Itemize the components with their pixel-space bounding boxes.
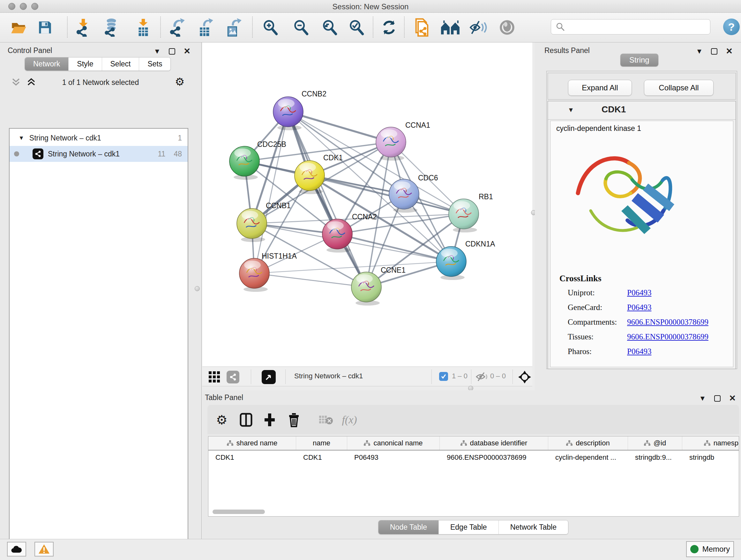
tab-edge-table[interactable]: Edge Table bbox=[439, 520, 498, 534]
export-image-button[interactable] bbox=[224, 17, 244, 38]
export-table-button[interactable] bbox=[196, 17, 216, 38]
string-home-button[interactable] bbox=[441, 17, 460, 38]
network-node[interactable]: RB1 bbox=[449, 192, 493, 233]
zoom-fit-button[interactable] bbox=[320, 17, 340, 38]
create-column-icon[interactable] bbox=[261, 411, 278, 428]
control-panel-close-button[interactable]: ✕ bbox=[184, 46, 191, 56]
network-overview-icon[interactable] bbox=[226, 371, 239, 383]
network-options-gear-icon[interactable]: ⚙ bbox=[175, 75, 185, 88]
collapse-all-networks-icon[interactable] bbox=[11, 78, 24, 87]
clear-table-icon[interactable] bbox=[317, 411, 334, 428]
show-columns-icon[interactable] bbox=[238, 411, 255, 428]
string-protein-query-button[interactable] bbox=[412, 17, 432, 38]
tab-network[interactable]: Network bbox=[25, 57, 68, 71]
current-network-dot-icon bbox=[14, 151, 19, 157]
node-label: CCNB2 bbox=[301, 90, 327, 98]
network-list-item[interactable]: String Network – cdk1 11 48 bbox=[10, 146, 188, 162]
save-session-button[interactable] bbox=[35, 17, 55, 38]
crosslink-label-pharos: Pharos: bbox=[568, 347, 592, 356]
collapse-all-button[interactable]: Collapse All bbox=[644, 80, 714, 96]
network-collection-row[interactable]: ▼ String Network – cdk1 1 bbox=[10, 130, 188, 146]
results-panel-close-button[interactable]: ✕ bbox=[726, 46, 733, 56]
selected-checkbox-icon[interactable] bbox=[439, 372, 448, 381]
apply-layout-button[interactable] bbox=[379, 17, 399, 38]
column-header-id[interactable]: @id bbox=[628, 436, 682, 450]
results-panel-float-button[interactable]: ▼ bbox=[696, 47, 703, 56]
table-panel-close-button[interactable]: ✕ bbox=[729, 393, 736, 403]
crosslink-link-uniprot[interactable]: P06493 bbox=[627, 288, 651, 297]
open-session-button[interactable] bbox=[9, 17, 29, 38]
enhanced-labels-toggle-button[interactable] bbox=[468, 17, 488, 38]
expand-all-button[interactable]: Expand All bbox=[568, 80, 632, 96]
viewbar-separator bbox=[513, 369, 513, 384]
column-header-canonical-name[interactable]: canonical name bbox=[347, 436, 440, 450]
export-network-button[interactable] bbox=[167, 17, 187, 38]
cell-canonical-name: P06493 bbox=[347, 450, 440, 465]
table-panel-float-button[interactable]: ▼ bbox=[699, 394, 706, 402]
tab-network-table[interactable]: Network Table bbox=[498, 520, 568, 534]
crosslink-link-compartments[interactable]: 9606.ENSP00000378699 bbox=[627, 318, 709, 327]
warnings-button[interactable] bbox=[35, 542, 54, 557]
equation-builder-fx-icon[interactable]: f(x) bbox=[335, 411, 364, 428]
tab-select[interactable]: Select bbox=[102, 57, 139, 71]
network-edge[interactable] bbox=[254, 273, 366, 287]
zoom-selected-icon bbox=[348, 19, 365, 36]
delete-column-trash-icon[interactable] bbox=[285, 411, 302, 428]
column-header-name[interactable]: name bbox=[296, 436, 347, 450]
column-header-namespace[interactable]: namespace bbox=[682, 436, 739, 450]
control-panel-float-button[interactable]: ▼ bbox=[153, 47, 160, 56]
toolbar-search-field[interactable] bbox=[551, 19, 711, 35]
table-horizontal-scrollbar[interactable] bbox=[212, 509, 265, 514]
tab-sets[interactable]: Sets bbox=[139, 57, 171, 71]
view-network-title: String Network – cdk1 bbox=[294, 372, 363, 380]
network-node[interactable]: CDKN1A bbox=[436, 240, 495, 280]
crosslink-link-tissues[interactable]: 9606.ENSP00000378699 bbox=[627, 332, 709, 341]
toolbar-separator bbox=[67, 17, 68, 38]
network-node[interactable]: HIST1H1A bbox=[239, 252, 297, 292]
node-label: CCNB1 bbox=[266, 201, 291, 210]
node-label: CCNE1 bbox=[381, 266, 406, 274]
cell-description: cyclin-dependent ... bbox=[548, 450, 628, 465]
import-network-from-database-button[interactable] bbox=[102, 17, 121, 38]
detach-view-icon[interactable] bbox=[262, 370, 276, 384]
fit-content-crosshair-icon[interactable] bbox=[518, 370, 532, 384]
birds-eye-grid-icon[interactable] bbox=[209, 371, 220, 383]
column-header-shared-name[interactable]: shared name bbox=[208, 436, 296, 450]
node-label: CCNA2 bbox=[352, 212, 377, 221]
expand-all-networks-icon[interactable] bbox=[27, 78, 40, 87]
zoom-selected-button[interactable] bbox=[347, 17, 366, 38]
collection-expander-icon[interactable]: ▼ bbox=[18, 135, 24, 141]
control-panel-title: Control Panel bbox=[8, 46, 52, 55]
help-button[interactable]: ? bbox=[723, 18, 740, 35]
network-edge[interactable] bbox=[254, 112, 288, 273]
import-table-button[interactable] bbox=[133, 17, 153, 38]
network-node[interactable]: CCNB2 bbox=[273, 90, 327, 130]
left-splitter-handle[interactable] bbox=[195, 286, 200, 291]
gene-expander-icon[interactable]: ▼ bbox=[568, 106, 574, 114]
network-edge[interactable] bbox=[288, 112, 391, 142]
crosslink-link-genecard[interactable]: P06493 bbox=[627, 303, 651, 312]
glass-ball-effect-button[interactable] bbox=[497, 17, 517, 38]
memory-button[interactable]: Memory bbox=[686, 541, 734, 557]
network-edge[interactable] bbox=[288, 112, 366, 287]
column-header-database-identifier[interactable]: database identifier bbox=[440, 436, 548, 450]
crosslink-label-tissues: Tissues: bbox=[568, 332, 594, 341]
search-input[interactable] bbox=[568, 23, 710, 31]
table-panel-maximize-button[interactable] bbox=[714, 395, 721, 401]
network-view-canvas[interactable]: CCNB2CCNA1CDC25BCDK1CDC6RB1CCNB1CCNA2CDK… bbox=[202, 43, 532, 367]
zoom-in-button[interactable] bbox=[260, 17, 280, 38]
table-row[interactable]: CDK1 CDK1 P06493 9606.ENSP00000378699 cy… bbox=[208, 450, 739, 465]
crosslink-link-pharos[interactable]: P06493 bbox=[627, 347, 651, 356]
results-panel-maximize-button[interactable] bbox=[711, 48, 718, 55]
hidden-eye-slash-icon[interactable] bbox=[475, 372, 489, 381]
cloud-status-button[interactable] bbox=[7, 542, 26, 557]
results-tab-string[interactable]: String bbox=[620, 54, 658, 66]
string-network-graph[interactable]: CCNB2CCNA1CDC25BCDK1CDC6RB1CCNB1CCNA2CDK… bbox=[202, 43, 532, 367]
column-header-description[interactable]: description bbox=[548, 436, 628, 450]
table-options-gear-icon[interactable]: ⚙ bbox=[213, 411, 230, 428]
control-panel-maximize-button[interactable] bbox=[169, 48, 175, 55]
zoom-out-button[interactable] bbox=[291, 17, 311, 38]
tab-node-table[interactable]: Node Table bbox=[379, 520, 439, 534]
import-network-file-button[interactable] bbox=[73, 17, 93, 38]
tab-style[interactable]: Style bbox=[68, 57, 102, 71]
